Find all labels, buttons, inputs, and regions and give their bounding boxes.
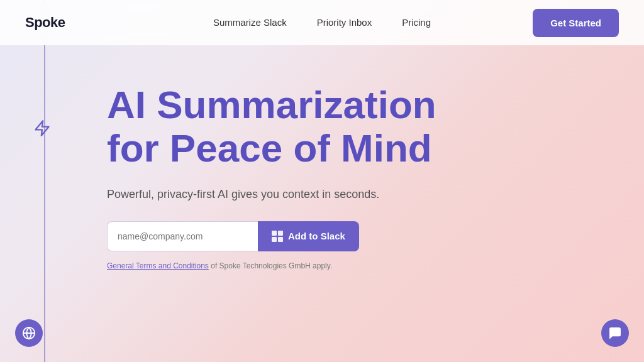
lightning-icon	[33, 119, 51, 141]
terms-text: General Terms and Conditions of Spoke Te…	[107, 261, 644, 270]
bottom-badge-icon[interactable]	[15, 319, 43, 347]
slack-icon	[272, 231, 283, 242]
terms-suffix: of Spoke Technologies GmbH apply.	[211, 261, 332, 270]
nav-link-pricing[interactable]: Pricing	[402, 17, 431, 28]
add-to-slack-label: Add to Slack	[288, 231, 345, 241]
nav-item-summarize-slack[interactable]: Summarize Slack	[213, 17, 287, 28]
chat-icon	[608, 326, 622, 340]
hero-title: AI Summarization for Peace of Mind	[107, 83, 497, 170]
cta-row: Add to Slack	[107, 221, 644, 251]
logo[interactable]: Spoke	[25, 14, 65, 31]
navbar: Spoke Summarize Slack Priority Inbox Pri…	[0, 0, 644, 45]
add-to-slack-button[interactable]: Add to Slack	[258, 221, 359, 251]
globe-icon	[22, 326, 36, 340]
terms-link[interactable]: General Terms and Conditions	[107, 261, 209, 270]
nav-link-summarize-slack[interactable]: Summarize Slack	[213, 17, 287, 28]
hero-section: AI Summarization for Peace of Mind Power…	[0, 45, 644, 270]
nav-link-priority-inbox[interactable]: Priority Inbox	[317, 17, 372, 28]
email-input[interactable]	[107, 221, 258, 251]
hero-subtitle: Powerful, privacy-first AI gives you con…	[107, 188, 644, 201]
nav-item-pricing[interactable]: Pricing	[402, 17, 431, 28]
chat-button[interactable]	[601, 319, 629, 347]
nav-item-priority-inbox[interactable]: Priority Inbox	[317, 17, 372, 28]
get-started-button[interactable]: Get Started	[533, 9, 619, 37]
nav-links: Summarize Slack Priority Inbox Pricing	[213, 17, 431, 28]
